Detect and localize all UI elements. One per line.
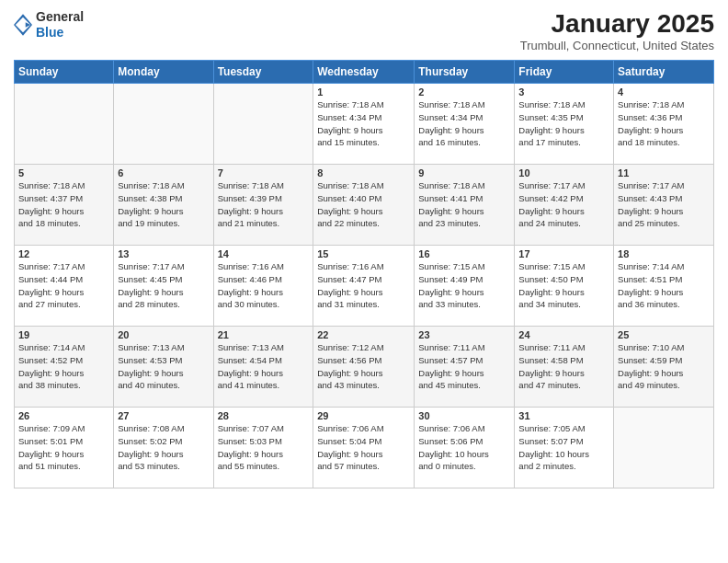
calendar-cell: 20Sunrise: 7:13 AM Sunset: 4:53 PM Dayli… xyxy=(114,327,213,408)
day-number: 16 xyxy=(418,248,510,259)
day-info: Sunrise: 7:17 AM Sunset: 4:43 PM Dayligh… xyxy=(618,179,710,230)
calendar-cell: 4Sunrise: 7:18 AM Sunset: 4:36 PM Daylig… xyxy=(614,84,714,165)
day-info: Sunrise: 7:11 AM Sunset: 4:58 PM Dayligh… xyxy=(518,341,609,392)
calendar-cell: 18Sunrise: 7:14 AM Sunset: 4:51 PM Dayli… xyxy=(614,246,714,327)
day-info: Sunrise: 7:17 AM Sunset: 4:44 PM Dayligh… xyxy=(18,260,109,311)
col-friday: Friday xyxy=(515,61,614,84)
day-number: 27 xyxy=(118,410,209,421)
header-row: Sunday Monday Tuesday Wednesday Thursday… xyxy=(15,61,714,84)
day-number: 10 xyxy=(518,167,609,178)
day-number: 20 xyxy=(118,329,209,340)
day-info: Sunrise: 7:18 AM Sunset: 4:34 PM Dayligh… xyxy=(418,98,510,149)
day-info: Sunrise: 7:16 AM Sunset: 4:46 PM Dayligh… xyxy=(218,260,310,311)
calendar-cell: 25Sunrise: 7:10 AM Sunset: 4:59 PM Dayli… xyxy=(614,327,714,408)
calendar: Sunday Monday Tuesday Wednesday Thursday… xyxy=(14,60,714,488)
week-row-3: 19Sunrise: 7:14 AM Sunset: 4:52 PM Dayli… xyxy=(15,327,714,408)
calendar-cell: 12Sunrise: 7:17 AM Sunset: 4:44 PM Dayli… xyxy=(15,246,114,327)
day-number: 30 xyxy=(418,410,510,421)
logo-text: General Blue xyxy=(36,9,84,40)
calendar-cell: 6Sunrise: 7:18 AM Sunset: 4:38 PM Daylig… xyxy=(114,165,213,246)
day-info: Sunrise: 7:18 AM Sunset: 4:37 PM Dayligh… xyxy=(18,179,109,230)
week-row-4: 26Sunrise: 7:09 AM Sunset: 5:01 PM Dayli… xyxy=(15,408,714,488)
calendar-cell: 28Sunrise: 7:07 AM Sunset: 5:03 PM Dayli… xyxy=(213,408,313,488)
calendar-cell: 29Sunrise: 7:06 AM Sunset: 5:04 PM Dayli… xyxy=(313,408,415,488)
day-info: Sunrise: 7:11 AM Sunset: 4:57 PM Dayligh… xyxy=(418,341,510,392)
day-number: 12 xyxy=(18,248,109,259)
day-info: Sunrise: 7:18 AM Sunset: 4:39 PM Dayligh… xyxy=(218,179,310,230)
calendar-cell: 5Sunrise: 7:18 AM Sunset: 4:37 PM Daylig… xyxy=(15,165,114,246)
calendar-cell: 16Sunrise: 7:15 AM Sunset: 4:49 PM Dayli… xyxy=(415,246,515,327)
calendar-cell: 3Sunrise: 7:18 AM Sunset: 4:35 PM Daylig… xyxy=(515,84,614,165)
page: General Blue January 2025 Trumbull, Conn… xyxy=(0,0,728,563)
calendar-cell: 17Sunrise: 7:15 AM Sunset: 4:50 PM Dayli… xyxy=(515,246,614,327)
logo: General Blue xyxy=(14,9,84,40)
day-number: 28 xyxy=(218,410,310,421)
day-info: Sunrise: 7:13 AM Sunset: 4:54 PM Dayligh… xyxy=(218,341,310,392)
day-info: Sunrise: 7:05 AM Sunset: 5:07 PM Dayligh… xyxy=(518,422,609,473)
logo-blue: Blue xyxy=(36,25,84,40)
day-info: Sunrise: 7:18 AM Sunset: 4:38 PM Dayligh… xyxy=(118,179,209,230)
col-wednesday: Wednesday xyxy=(313,61,415,84)
day-number: 6 xyxy=(118,167,209,178)
calendar-cell: 31Sunrise: 7:05 AM Sunset: 5:07 PM Dayli… xyxy=(515,408,614,488)
calendar-cell: 19Sunrise: 7:14 AM Sunset: 4:52 PM Dayli… xyxy=(15,327,114,408)
calendar-cell: 15Sunrise: 7:16 AM Sunset: 4:47 PM Dayli… xyxy=(313,246,415,327)
day-info: Sunrise: 7:15 AM Sunset: 4:50 PM Dayligh… xyxy=(518,260,609,311)
col-sunday: Sunday xyxy=(15,61,114,84)
day-number: 17 xyxy=(518,248,609,259)
day-info: Sunrise: 7:18 AM Sunset: 4:41 PM Dayligh… xyxy=(418,179,510,230)
calendar-cell xyxy=(114,84,213,165)
month-title: January 2025 xyxy=(520,9,714,39)
calendar-cell: 7Sunrise: 7:18 AM Sunset: 4:39 PM Daylig… xyxy=(213,165,313,246)
day-number: 1 xyxy=(317,86,410,98)
day-number: 23 xyxy=(418,329,510,340)
calendar-cell: 9Sunrise: 7:18 AM Sunset: 4:41 PM Daylig… xyxy=(415,165,515,246)
day-info: Sunrise: 7:18 AM Sunset: 4:40 PM Dayligh… xyxy=(317,179,410,230)
day-info: Sunrise: 7:16 AM Sunset: 4:47 PM Dayligh… xyxy=(317,260,410,311)
day-info: Sunrise: 7:06 AM Sunset: 5:06 PM Dayligh… xyxy=(418,422,510,473)
day-number: 22 xyxy=(317,329,410,340)
day-info: Sunrise: 7:10 AM Sunset: 4:59 PM Dayligh… xyxy=(618,341,710,392)
day-number: 3 xyxy=(518,86,609,98)
calendar-cell xyxy=(213,84,313,165)
calendar-cell: 27Sunrise: 7:08 AM Sunset: 5:02 PM Dayli… xyxy=(114,408,213,488)
calendar-cell: 23Sunrise: 7:11 AM Sunset: 4:57 PM Dayli… xyxy=(415,327,515,408)
day-info: Sunrise: 7:08 AM Sunset: 5:02 PM Dayligh… xyxy=(118,422,209,473)
week-row-1: 5Sunrise: 7:18 AM Sunset: 4:37 PM Daylig… xyxy=(15,165,714,246)
day-info: Sunrise: 7:17 AM Sunset: 4:42 PM Dayligh… xyxy=(518,179,609,230)
calendar-cell: 21Sunrise: 7:13 AM Sunset: 4:54 PM Dayli… xyxy=(213,327,313,408)
day-info: Sunrise: 7:07 AM Sunset: 5:03 PM Dayligh… xyxy=(218,422,310,473)
day-number: 25 xyxy=(618,329,710,340)
col-saturday: Saturday xyxy=(614,61,714,84)
week-row-0: 1Sunrise: 7:18 AM Sunset: 4:34 PM Daylig… xyxy=(15,84,714,165)
location: Trumbull, Connecticut, United States xyxy=(520,39,714,52)
day-number: 29 xyxy=(317,410,410,421)
day-number: 11 xyxy=(618,167,710,178)
day-number: 8 xyxy=(317,167,410,178)
day-info: Sunrise: 7:17 AM Sunset: 4:45 PM Dayligh… xyxy=(118,260,209,311)
header: General Blue January 2025 Trumbull, Conn… xyxy=(14,9,714,52)
calendar-cell: 8Sunrise: 7:18 AM Sunset: 4:40 PM Daylig… xyxy=(313,165,415,246)
day-number: 2 xyxy=(418,86,510,98)
logo-general: General xyxy=(36,9,84,25)
calendar-cell: 11Sunrise: 7:17 AM Sunset: 4:43 PM Dayli… xyxy=(614,165,714,246)
day-info: Sunrise: 7:06 AM Sunset: 5:04 PM Dayligh… xyxy=(317,422,410,473)
day-number: 4 xyxy=(618,86,710,98)
day-info: Sunrise: 7:12 AM Sunset: 4:56 PM Dayligh… xyxy=(317,341,410,392)
calendar-cell xyxy=(15,84,114,165)
calendar-cell xyxy=(614,408,714,488)
day-number: 9 xyxy=(418,167,510,178)
day-info: Sunrise: 7:18 AM Sunset: 4:36 PM Dayligh… xyxy=(618,98,710,149)
calendar-cell: 13Sunrise: 7:17 AM Sunset: 4:45 PM Dayli… xyxy=(114,246,213,327)
day-info: Sunrise: 7:14 AM Sunset: 4:52 PM Dayligh… xyxy=(18,341,109,392)
week-row-2: 12Sunrise: 7:17 AM Sunset: 4:44 PM Dayli… xyxy=(15,246,714,327)
calendar-cell: 2Sunrise: 7:18 AM Sunset: 4:34 PM Daylig… xyxy=(415,84,515,165)
col-thursday: Thursday xyxy=(415,61,515,84)
day-info: Sunrise: 7:09 AM Sunset: 5:01 PM Dayligh… xyxy=(18,422,109,473)
logo-icon xyxy=(14,14,32,36)
day-info: Sunrise: 7:18 AM Sunset: 4:35 PM Dayligh… xyxy=(518,98,609,149)
day-number: 15 xyxy=(317,248,410,259)
day-number: 14 xyxy=(218,248,310,259)
col-monday: Monday xyxy=(114,61,213,84)
day-info: Sunrise: 7:15 AM Sunset: 4:49 PM Dayligh… xyxy=(418,260,510,311)
